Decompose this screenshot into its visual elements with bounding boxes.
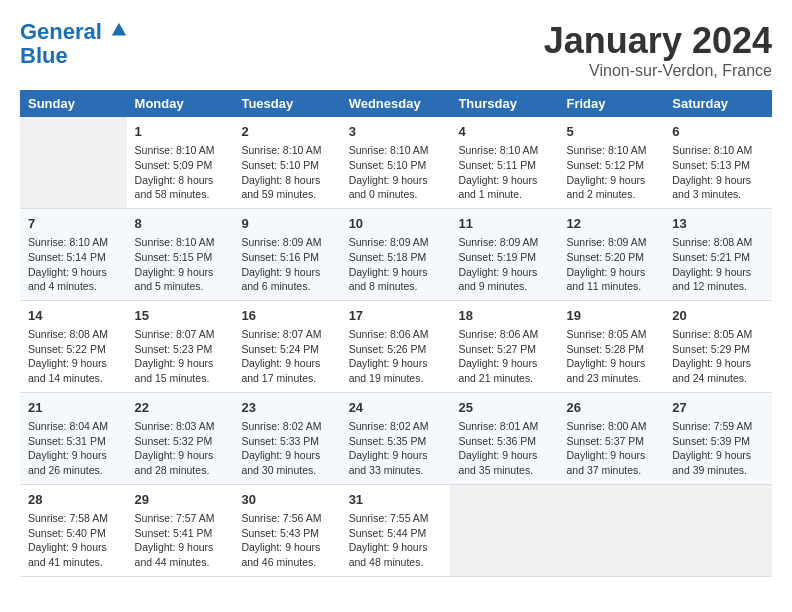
header-wednesday: Wednesday <box>341 90 451 117</box>
day-number: 22 <box>135 399 226 417</box>
header-saturday: Saturday <box>664 90 772 117</box>
calendar-cell <box>558 484 664 576</box>
day-number: 18 <box>458 307 550 325</box>
day-number: 27 <box>672 399 764 417</box>
day-number: 2 <box>241 123 332 141</box>
day-number: 23 <box>241 399 332 417</box>
day-info: Sunrise: 8:10 AMSunset: 5:09 PMDaylight:… <box>135 143 226 202</box>
day-number: 16 <box>241 307 332 325</box>
day-number: 9 <box>241 215 332 233</box>
day-info: Sunrise: 8:07 AMSunset: 5:24 PMDaylight:… <box>241 327 332 386</box>
calendar-cell: 19Sunrise: 8:05 AMSunset: 5:28 PMDayligh… <box>558 300 664 392</box>
day-info: Sunrise: 8:10 AMSunset: 5:15 PMDaylight:… <box>135 235 226 294</box>
day-info: Sunrise: 8:00 AMSunset: 5:37 PMDaylight:… <box>566 419 656 478</box>
day-info: Sunrise: 8:01 AMSunset: 5:36 PMDaylight:… <box>458 419 550 478</box>
day-number: 26 <box>566 399 656 417</box>
day-number: 19 <box>566 307 656 325</box>
calendar-cell: 27Sunrise: 7:59 AMSunset: 5:39 PMDayligh… <box>664 392 772 484</box>
calendar-cell <box>20 117 127 208</box>
header-sunday: Sunday <box>20 90 127 117</box>
location-title: Vinon-sur-Verdon, France <box>544 62 772 80</box>
header-row: SundayMondayTuesdayWednesdayThursdayFrid… <box>20 90 772 117</box>
calendar-cell: 25Sunrise: 8:01 AMSunset: 5:36 PMDayligh… <box>450 392 558 484</box>
day-info: Sunrise: 8:09 AMSunset: 5:20 PMDaylight:… <box>566 235 656 294</box>
day-info: Sunrise: 8:06 AMSunset: 5:26 PMDaylight:… <box>349 327 443 386</box>
day-info: Sunrise: 8:02 AMSunset: 5:35 PMDaylight:… <box>349 419 443 478</box>
header-monday: Monday <box>127 90 234 117</box>
day-info: Sunrise: 8:10 AMSunset: 5:10 PMDaylight:… <box>349 143 443 202</box>
day-info: Sunrise: 7:58 AMSunset: 5:40 PMDaylight:… <box>28 511 119 570</box>
day-info: Sunrise: 8:10 AMSunset: 5:11 PMDaylight:… <box>458 143 550 202</box>
day-info: Sunrise: 8:05 AMSunset: 5:28 PMDaylight:… <box>566 327 656 386</box>
day-info: Sunrise: 8:10 AMSunset: 5:12 PMDaylight:… <box>566 143 656 202</box>
day-info: Sunrise: 8:10 AMSunset: 5:14 PMDaylight:… <box>28 235 119 294</box>
day-number: 20 <box>672 307 764 325</box>
day-number: 10 <box>349 215 443 233</box>
logo-text: General Blue <box>20 20 128 68</box>
calendar-cell: 18Sunrise: 8:06 AMSunset: 5:27 PMDayligh… <box>450 300 558 392</box>
header-friday: Friday <box>558 90 664 117</box>
day-info: Sunrise: 8:04 AMSunset: 5:31 PMDaylight:… <box>28 419 119 478</box>
day-number: 14 <box>28 307 119 325</box>
day-info: Sunrise: 8:08 AMSunset: 5:22 PMDaylight:… <box>28 327 119 386</box>
svg-marker-0 <box>112 23 126 36</box>
week-row-4: 21Sunrise: 8:04 AMSunset: 5:31 PMDayligh… <box>20 392 772 484</box>
week-row-1: 1Sunrise: 8:10 AMSunset: 5:09 PMDaylight… <box>20 117 772 208</box>
title-block: January 2024 Vinon-sur-Verdon, France <box>544 20 772 80</box>
day-number: 21 <box>28 399 119 417</box>
calendar-cell: 11Sunrise: 8:09 AMSunset: 5:19 PMDayligh… <box>450 208 558 300</box>
day-number: 5 <box>566 123 656 141</box>
day-number: 4 <box>458 123 550 141</box>
calendar-cell <box>450 484 558 576</box>
calendar-cell: 5Sunrise: 8:10 AMSunset: 5:12 PMDaylight… <box>558 117 664 208</box>
day-info: Sunrise: 7:57 AMSunset: 5:41 PMDaylight:… <box>135 511 226 570</box>
day-info: Sunrise: 8:03 AMSunset: 5:32 PMDaylight:… <box>135 419 226 478</box>
calendar-cell: 2Sunrise: 8:10 AMSunset: 5:10 PMDaylight… <box>233 117 340 208</box>
day-info: Sunrise: 7:56 AMSunset: 5:43 PMDaylight:… <box>241 511 332 570</box>
day-info: Sunrise: 8:10 AMSunset: 5:10 PMDaylight:… <box>241 143 332 202</box>
calendar-cell: 23Sunrise: 8:02 AMSunset: 5:33 PMDayligh… <box>233 392 340 484</box>
day-number: 13 <box>672 215 764 233</box>
calendar-cell: 14Sunrise: 8:08 AMSunset: 5:22 PMDayligh… <box>20 300 127 392</box>
month-title: January 2024 <box>544 20 772 62</box>
calendar-cell: 10Sunrise: 8:09 AMSunset: 5:18 PMDayligh… <box>341 208 451 300</box>
calendar-cell: 13Sunrise: 8:08 AMSunset: 5:21 PMDayligh… <box>664 208 772 300</box>
day-info: Sunrise: 7:55 AMSunset: 5:44 PMDaylight:… <box>349 511 443 570</box>
day-info: Sunrise: 8:09 AMSunset: 5:16 PMDaylight:… <box>241 235 332 294</box>
day-number: 25 <box>458 399 550 417</box>
calendar-cell: 21Sunrise: 8:04 AMSunset: 5:31 PMDayligh… <box>20 392 127 484</box>
day-number: 24 <box>349 399 443 417</box>
logo-general: General <box>20 19 102 44</box>
day-info: Sunrise: 8:08 AMSunset: 5:21 PMDaylight:… <box>672 235 764 294</box>
day-number: 7 <box>28 215 119 233</box>
day-number: 28 <box>28 491 119 509</box>
week-row-5: 28Sunrise: 7:58 AMSunset: 5:40 PMDayligh… <box>20 484 772 576</box>
calendar-cell: 1Sunrise: 8:10 AMSunset: 5:09 PMDaylight… <box>127 117 234 208</box>
week-row-2: 7Sunrise: 8:10 AMSunset: 5:14 PMDaylight… <box>20 208 772 300</box>
calendar-cell: 3Sunrise: 8:10 AMSunset: 5:10 PMDaylight… <box>341 117 451 208</box>
day-number: 1 <box>135 123 226 141</box>
page-header: General Blue January 2024 Vinon-sur-Verd… <box>20 20 772 80</box>
day-number: 12 <box>566 215 656 233</box>
calendar-cell: 7Sunrise: 8:10 AMSunset: 5:14 PMDaylight… <box>20 208 127 300</box>
calendar-cell: 26Sunrise: 8:00 AMSunset: 5:37 PMDayligh… <box>558 392 664 484</box>
day-number: 31 <box>349 491 443 509</box>
calendar-cell: 20Sunrise: 8:05 AMSunset: 5:29 PMDayligh… <box>664 300 772 392</box>
calendar-cell: 4Sunrise: 8:10 AMSunset: 5:11 PMDaylight… <box>450 117 558 208</box>
day-info: Sunrise: 8:06 AMSunset: 5:27 PMDaylight:… <box>458 327 550 386</box>
calendar-cell: 8Sunrise: 8:10 AMSunset: 5:15 PMDaylight… <box>127 208 234 300</box>
day-info: Sunrise: 8:05 AMSunset: 5:29 PMDaylight:… <box>672 327 764 386</box>
logo-blue: Blue <box>20 43 68 68</box>
day-number: 17 <box>349 307 443 325</box>
day-info: Sunrise: 8:07 AMSunset: 5:23 PMDaylight:… <box>135 327 226 386</box>
day-info: Sunrise: 8:02 AMSunset: 5:33 PMDaylight:… <box>241 419 332 478</box>
day-number: 29 <box>135 491 226 509</box>
day-info: Sunrise: 8:09 AMSunset: 5:19 PMDaylight:… <box>458 235 550 294</box>
calendar-table: SundayMondayTuesdayWednesdayThursdayFrid… <box>20 90 772 577</box>
calendar-cell: 15Sunrise: 8:07 AMSunset: 5:23 PMDayligh… <box>127 300 234 392</box>
calendar-cell <box>664 484 772 576</box>
calendar-cell: 9Sunrise: 8:09 AMSunset: 5:16 PMDaylight… <box>233 208 340 300</box>
calendar-cell: 16Sunrise: 8:07 AMSunset: 5:24 PMDayligh… <box>233 300 340 392</box>
calendar-cell: 6Sunrise: 8:10 AMSunset: 5:13 PMDaylight… <box>664 117 772 208</box>
logo: General Blue <box>20 20 128 68</box>
